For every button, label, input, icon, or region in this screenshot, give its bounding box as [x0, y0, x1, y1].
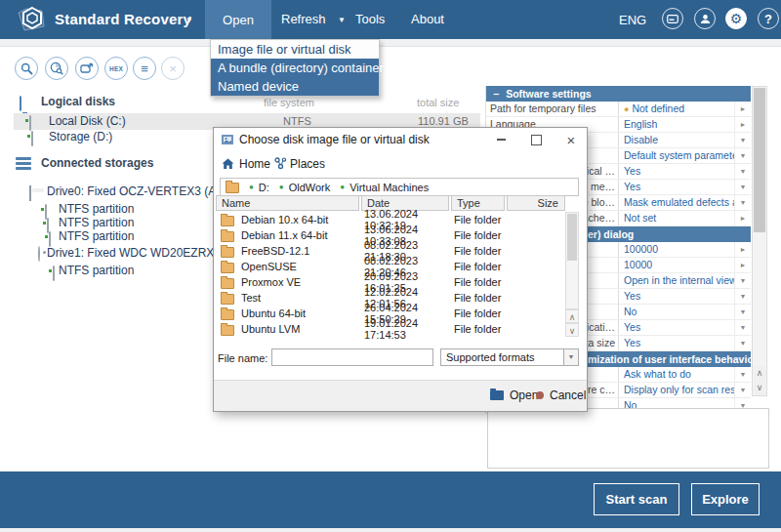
- section-header-software-settings[interactable]: −Software settings: [486, 86, 751, 102]
- open-dropdown-menu: Image file or virtual disk A bundle (dir…: [210, 39, 380, 97]
- dropdown-arrow-icon[interactable]: ▼: [734, 383, 751, 397]
- scroll-up-icon[interactable]: ∧: [754, 366, 765, 381]
- dropdown-arrow-icon[interactable]: ▼: [734, 164, 751, 179]
- folder-icon: [226, 183, 239, 193]
- tools-menu-caret-icon: ▼: [338, 16, 346, 24]
- menu-item-bundle-container[interactable]: A bundle (directory) container: [211, 59, 379, 77]
- user-icon: [700, 14, 711, 24]
- explore-device-button[interactable]: [75, 57, 99, 80]
- disk-filesystem-value: NTFS: [283, 115, 311, 127]
- scrollbar-thumb[interactable]: [567, 214, 577, 261]
- dropdown-arrow-icon[interactable]: ▼: [734, 273, 751, 288]
- maximize-button[interactable]: [521, 128, 551, 151]
- dropdown-arrow-icon[interactable]: ▼: [734, 367, 751, 382]
- column-header-name[interactable]: Name: [216, 195, 359, 211]
- settings-row[interactable]: Path for temporary files●Not defined►: [486, 102, 751, 117]
- dropdown-arrow-icon[interactable]: ▼: [734, 133, 751, 147]
- partition-row[interactable]: NTFS partition: [59, 264, 134, 277]
- column-file-system: file system: [264, 97, 314, 108]
- file-list-scrollbar[interactable]: [565, 212, 579, 309]
- open-folder-icon: [490, 390, 504, 400]
- disk-row-storage[interactable]: Storage (D:): [49, 130, 112, 143]
- folder-icon: [221, 247, 234, 258]
- home-button-label[interactable]: Home: [239, 157, 270, 171]
- disk-scan-button[interactable]: [45, 57, 68, 80]
- close-button[interactable]: ×: [556, 128, 586, 151]
- folder-icon: [221, 325, 234, 336]
- partition-row[interactable]: NTFS partition: [59, 216, 134, 229]
- scroll-down-icon[interactable]: ∨: [754, 381, 765, 395]
- disk-size-value: 110.91 GB: [418, 115, 469, 127]
- combo-arrow-icon[interactable]: ▼: [563, 348, 579, 366]
- drive0-row[interactable]: Drive0: Fixed OCZ-VERTEX3 (ATA): [47, 184, 233, 198]
- gear-icon: ⚙: [730, 11, 743, 26]
- device-arrow-icon: [80, 62, 94, 74]
- start-scan-button[interactable]: Start scan: [594, 483, 679, 515]
- license-card-button[interactable]: [662, 8, 683, 29]
- disk-row-local[interactable]: Local Disk (C:): [49, 114, 126, 128]
- format-filter-select[interactable]: Supported formats: [440, 348, 564, 366]
- menu-open[interactable]: Open: [205, 0, 271, 39]
- expand-arrow-icon[interactable]: ►: [734, 117, 751, 132]
- menu-tools[interactable]: Tools: [355, 12, 385, 26]
- scroll-up-icon[interactable]: ∧: [565, 309, 579, 323]
- crumb-bullet-icon: ●: [249, 183, 254, 191]
- menu-refresh[interactable]: Refresh: [281, 12, 326, 26]
- expand-arrow-icon[interactable]: ►: [734, 258, 751, 272]
- help-button[interactable]: ?: [758, 8, 779, 29]
- folder-icon: [221, 216, 234, 226]
- column-header-type[interactable]: Type: [451, 195, 505, 211]
- expand-arrow-icon[interactable]: ►: [734, 102, 751, 116]
- scrollbar-thumb[interactable]: [754, 88, 765, 232]
- storages-stack-icon: [16, 157, 31, 170]
- bottom-strip: [0, 528, 781, 532]
- home-button[interactable]: [222, 158, 234, 170]
- ssd-drive-icon: [29, 185, 31, 201]
- dialog-icon: [221, 133, 235, 146]
- settings-scrollbar[interactable]: ∧ ∨: [752, 86, 767, 396]
- file-row[interactable]: Ubuntu LVM19.01.2024 17:14:53File folder: [216, 321, 565, 337]
- choose-image-dialog: Choose disk image file or virtual disk ×…: [213, 127, 588, 412]
- breadcrumb-item[interactable]: Virtual Machines: [349, 182, 429, 193]
- folder-icon: [221, 263, 234, 273]
- dropdown-arrow-icon[interactable]: ▼: [734, 305, 751, 319]
- open-button[interactable]: Open: [490, 389, 538, 402]
- breadcrumb: ● D: ● OldWork ● Virtual Machines: [220, 178, 579, 196]
- dropdown-arrow-icon[interactable]: ▼: [734, 289, 751, 304]
- close-task-button[interactable]: ×: [161, 57, 185, 80]
- partition-row[interactable]: NTFS partition: [59, 202, 134, 216]
- log-list-button[interactable]: ≡: [133, 57, 156, 80]
- user-account-button[interactable]: [694, 8, 716, 29]
- hex-viewer-button[interactable]: HEX: [104, 57, 128, 80]
- places-button[interactable]: [274, 157, 287, 170]
- file-name-input[interactable]: [271, 348, 433, 366]
- menu-about[interactable]: About: [411, 12, 444, 26]
- scan-search-button[interactable]: [15, 57, 38, 80]
- partition-row[interactable]: NTFS partition: [59, 229, 134, 243]
- expand-arrow-icon[interactable]: ►: [734, 211, 751, 225]
- dropdown-arrow-icon[interactable]: ▼: [734, 336, 751, 350]
- column-total-size: total size: [417, 97, 459, 108]
- scroll-down-icon[interactable]: ∨: [565, 323, 579, 337]
- settings-gear-button[interactable]: ⚙: [725, 8, 747, 29]
- language-selector[interactable]: ENG: [619, 13, 646, 27]
- places-button-label[interactable]: Places: [290, 157, 325, 171]
- cancel-button[interactable]: Cancel: [536, 389, 586, 402]
- hex-icon: HEX: [109, 65, 123, 72]
- breadcrumb-item[interactable]: OldWork: [289, 182, 331, 193]
- dropdown-arrow-icon[interactable]: ▼: [734, 148, 751, 163]
- breadcrumb-item[interactable]: D:: [259, 182, 269, 193]
- column-header-size[interactable]: Size: [507, 195, 565, 211]
- explore-button[interactable]: Explore: [691, 483, 760, 515]
- dropdown-arrow-icon[interactable]: ▼: [734, 195, 751, 210]
- collapse-icon: −: [493, 88, 499, 100]
- menu-item-named-device[interactable]: Named device: [211, 77, 379, 96]
- menu-item-image-file[interactable]: Image file or virtual disk: [211, 40, 379, 59]
- expand-arrow-icon[interactable]: ►: [734, 242, 751, 257]
- close-icon: ×: [567, 132, 576, 148]
- minimize-button[interactable]: [486, 128, 515, 151]
- dropdown-arrow-icon[interactable]: ▼: [734, 320, 751, 335]
- dropdown-arrow-icon[interactable]: ▼: [734, 180, 751, 194]
- connected-storages-header: Connected storages: [41, 156, 153, 170]
- disk-magnifier-icon: [50, 61, 63, 75]
